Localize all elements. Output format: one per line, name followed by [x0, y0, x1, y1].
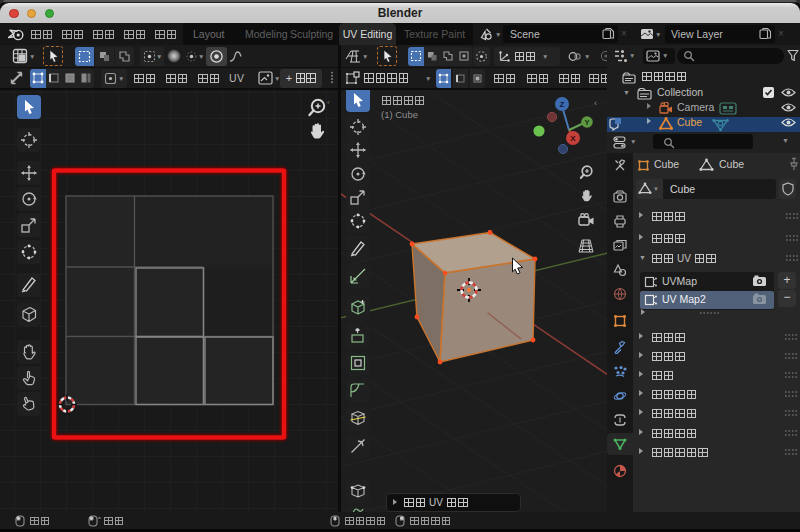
svg-text:Y: Y: [584, 118, 589, 127]
svg-text:X: X: [570, 134, 576, 143]
svg-text:Z: Z: [560, 100, 565, 109]
